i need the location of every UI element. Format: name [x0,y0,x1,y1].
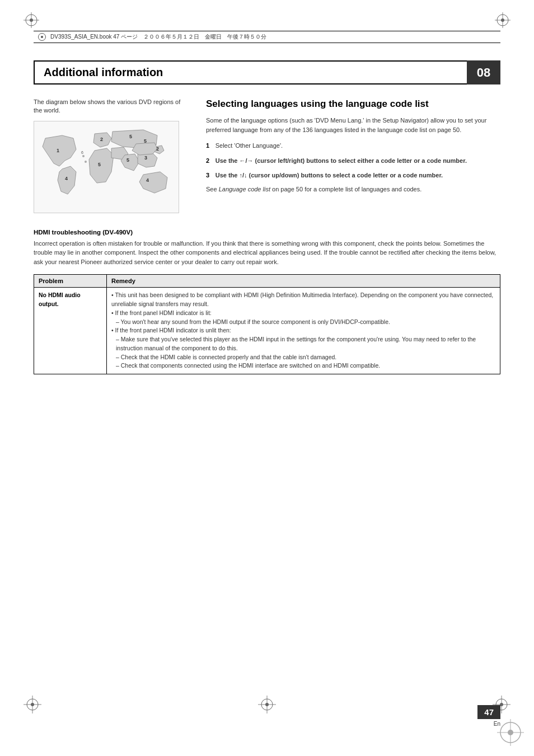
page-lang: En [494,721,500,727]
file-info-text: DV393S_ASIA_EN.book 47 ページ ２００６年５月１２日 金曜… [50,33,266,41]
reg-mark-top-right [495,12,510,30]
trouble-table: Problem Remedy No HDMI audio output. • T… [34,274,500,374]
step-3-number: 3 [206,172,213,179]
page-number-area: 47 En [477,705,500,719]
chapter-number: 08 [477,65,490,80]
svg-text:3: 3 [144,155,147,161]
world-map: 1 4 2 5 5 5 4 5 3 2 6 [34,121,179,213]
svg-text:2: 2 [156,146,159,152]
svg-text:2: 2 [100,137,103,142]
reg-mark-top-left [24,12,39,30]
remedy-line-7: – Check that components connected using … [111,361,380,370]
table-header-remedy: Remedy [107,275,500,288]
step-3-text: Use the ↑/↓ (cursor up/down) buttons to … [216,172,443,179]
hdmi-section: HDMI troubleshooting (DV-490V) Incorrect… [34,229,500,374]
remedy-line-6: – Check that the HDMI cable is connected… [111,353,336,362]
svg-text:4: 4 [146,177,149,183]
hdmi-body-text: Incorrect operation is often mistaken fo… [34,239,500,267]
chapter-header: Additional information 08 [34,60,500,96]
step-3-note: See Language code list on page 50 for a … [206,185,500,194]
remedy-line-3: – You won't hear any sound from the HDMI… [111,318,390,327]
section-title: Selecting languages using the language c… [206,98,500,110]
svg-point-18 [82,155,85,157]
step-1: 1 Select 'Other Language'. [206,140,500,151]
step-1-text: Select 'Other Language'. [216,142,283,149]
step-2-number: 2 [206,157,213,164]
svg-point-19 [85,161,87,163]
step-3: 3 Use the ↑/↓ (cursor up/down) buttons t… [206,170,500,180]
table-row: No HDMI audio output. • This unit has be… [34,288,500,374]
page-number: 47 [477,705,500,719]
reg-circle-bar-left [38,33,46,41]
remedy-line-1: • This unit has been designed to be comp… [111,292,493,307]
chapter-number-box: 08 [467,60,500,84]
svg-text:1: 1 [57,148,59,153]
reg-mark-corner-br [497,719,524,748]
table-cell-problem: No HDMI audio output. [34,288,107,374]
reg-mark-bottom-center [258,696,276,716]
right-column: Selecting languages using the language c… [206,98,500,213]
step-2: 2 Use the ←/→ (cursor left/right) button… [206,155,500,166]
svg-text:5: 5 [98,162,101,167]
section-intro: Some of the language options (such as 'D… [206,116,500,134]
svg-text:6: 6 [81,151,83,154]
chapter-title: Additional information [44,66,163,79]
left-column: The diagram below shows the various DVD … [34,98,190,213]
svg-text:5: 5 [127,157,129,163]
chapter-title-box: Additional information [34,60,467,84]
step-2-text: Use the ←/→ (cursor left/right) buttons … [216,157,467,164]
remedy-line-4: • If the front panel HDMI indicator is u… [111,327,231,334]
step-1-number: 1 [206,142,213,149]
svg-text:5: 5 [129,134,132,139]
page: DV393S_ASIA_EN.book 47 ページ ２００６年５月１２日 金曜… [0,0,534,756]
table-cell-remedy: • This unit has been designed to be comp… [107,288,500,374]
file-info-bar: DV393S_ASIA_EN.book 47 ページ ２００６年５月１２日 金曜… [34,31,500,43]
remedy-line-2: • If the front panel HDMI indicator is l… [111,309,212,316]
table-header-problem: Problem [34,275,107,288]
svg-text:4: 4 [65,176,68,181]
hdmi-title: HDMI troubleshooting (DV-490V) [34,229,500,236]
remedy-line-5: – Make sure that you've selected this pl… [111,335,495,353]
svg-text:5: 5 [144,138,147,144]
main-content: The diagram below shows the various DVD … [34,98,500,374]
diagram-intro-text: The diagram below shows the various DVD … [34,98,190,115]
reg-mark-bottom-left [24,696,41,716]
